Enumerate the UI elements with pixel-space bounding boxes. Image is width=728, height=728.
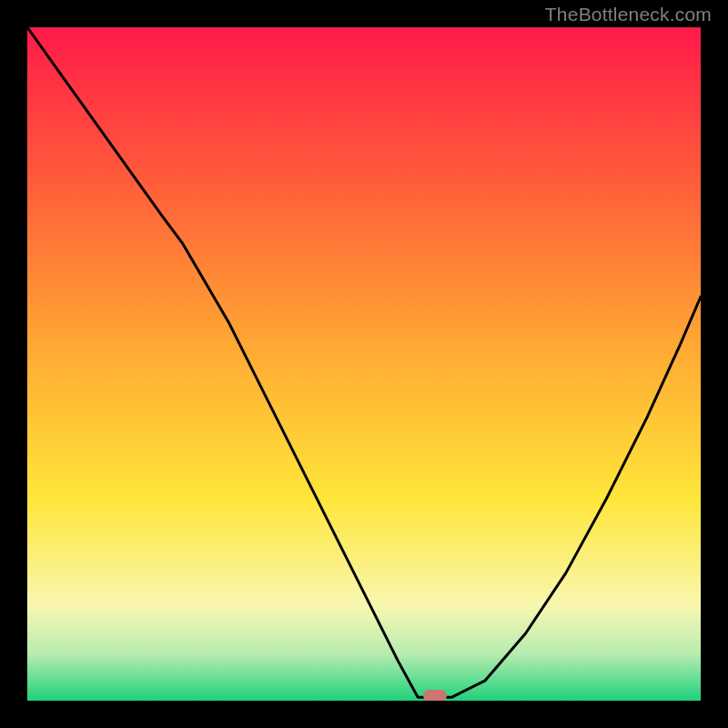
watermark-text: TheBottleneck.com xyxy=(545,4,712,25)
plot-area xyxy=(27,27,701,701)
optimal-point-marker xyxy=(423,690,447,701)
plot-svg xyxy=(27,27,701,701)
gradient-background xyxy=(27,27,701,701)
chart-frame: TheBottleneck.com xyxy=(0,0,728,728)
